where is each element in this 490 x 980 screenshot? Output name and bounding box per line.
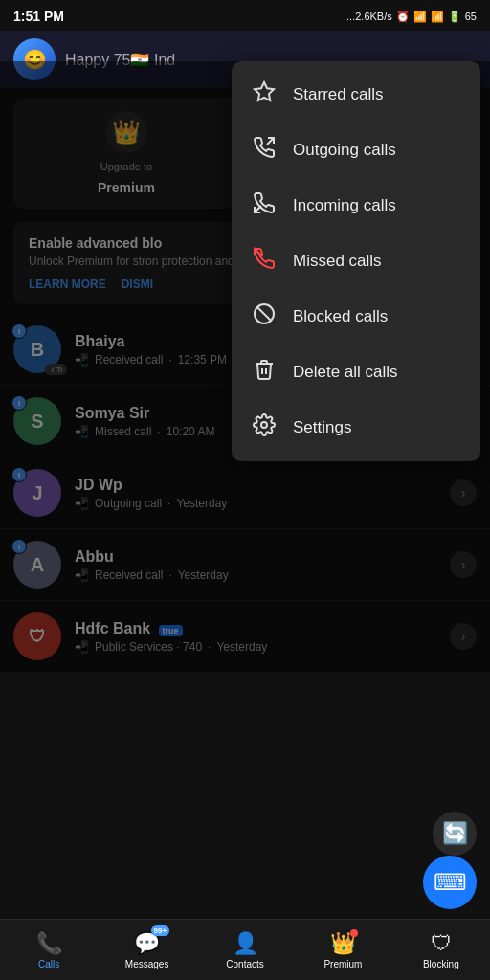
- svg-line-2: [255, 206, 261, 212]
- nav-contacts[interactable]: 👤 Contacts: [196, 931, 294, 969]
- dropdown-item-outgoing[interactable]: Outgoing calls: [232, 122, 480, 178]
- dropdown-item-blocked[interactable]: Blocked calls: [232, 289, 480, 345]
- settings-label: Settings: [293, 418, 351, 437]
- incoming-call-icon: [251, 191, 278, 220]
- star-icon: [251, 80, 278, 109]
- messages-badge-wrap: 💬 99+: [134, 931, 160, 956]
- outgoing-calls-label: Outgoing calls: [293, 141, 396, 160]
- missed-calls-label: Missed calls: [293, 252, 382, 271]
- premium-dot: [350, 929, 358, 937]
- sim-icon: 📶: [413, 11, 427, 23]
- premium-badge-wrap: 👑: [330, 931, 356, 956]
- blocking-icon: 🛡: [431, 931, 452, 956]
- alarm-icon: ⏰: [396, 11, 410, 23]
- dropdown-item-incoming[interactable]: Incoming calls: [232, 178, 480, 234]
- battery-level: 65: [465, 11, 477, 22]
- contacts-icon: 👤: [233, 931, 258, 956]
- premium-label: Premium: [323, 959, 362, 969]
- network-speed: ...2.6KB/s: [346, 11, 392, 22]
- messages-label: Messages: [125, 959, 169, 969]
- dropdown-item-starred[interactable]: Starred calls: [232, 67, 480, 122]
- svg-line-1: [267, 138, 274, 145]
- dropdown-item-settings[interactable]: Settings: [232, 400, 480, 456]
- missed-call-icon: [251, 247, 278, 276]
- dropdown-item-missed[interactable]: Missed calls: [232, 234, 480, 289]
- status-icons: ...2.6KB/s ⏰ 📶 📶 🔋 65: [346, 11, 477, 23]
- svg-point-6: [261, 422, 267, 428]
- dropdown-menu: Starred calls Outgoing calls Incoming ca…: [232, 61, 480, 461]
- blocked-call-icon: [251, 302, 278, 331]
- delete-icon: [251, 358, 278, 387]
- blocked-calls-label: Blocked calls: [293, 307, 388, 326]
- battery-icon: 🔋: [448, 11, 461, 23]
- svg-marker-0: [255, 82, 274, 100]
- status-bar: 1:51 PM ...2.6KB/s ⏰ 📶 📶 🔋 65: [0, 0, 490, 31]
- incoming-calls-label: Incoming calls: [293, 196, 396, 215]
- nav-calls[interactable]: 📞 Calls: [0, 931, 98, 969]
- nav-blocking[interactable]: 🛡 Blocking: [392, 931, 490, 969]
- nav-premium[interactable]: 👑 Premium: [294, 931, 391, 969]
- calls-icon: 📞: [36, 931, 62, 956]
- dropdown-item-delete[interactable]: Delete all calls: [232, 345, 480, 400]
- messages-badge: 99+: [151, 925, 170, 936]
- wifi-icon: 📶: [431, 11, 444, 23]
- bottom-nav: 📞 Calls 💬 99+ Messages 👤 Contacts 👑 Prem…: [0, 919, 490, 980]
- settings-icon: [251, 413, 278, 442]
- svg-line-5: [257, 307, 271, 321]
- delete-calls-label: Delete all calls: [293, 363, 398, 382]
- outgoing-call-icon: [251, 136, 278, 165]
- main-content: 😊 Happy 75🇮🇳 Ind 👑 Upgrade to Premium + …: [0, 31, 490, 673]
- starred-calls-label: Starred calls: [293, 85, 383, 104]
- calls-label: Calls: [38, 959, 59, 969]
- fab-dialpad-button[interactable]: ⌨: [423, 856, 477, 909]
- blocking-label: Blocking: [423, 959, 459, 969]
- contacts-label: Contacts: [226, 959, 263, 969]
- status-time: 1:51 PM: [13, 9, 64, 24]
- fab-history-button[interactable]: 🔄: [433, 812, 477, 856]
- nav-messages[interactable]: 💬 99+ Messages: [98, 931, 195, 969]
